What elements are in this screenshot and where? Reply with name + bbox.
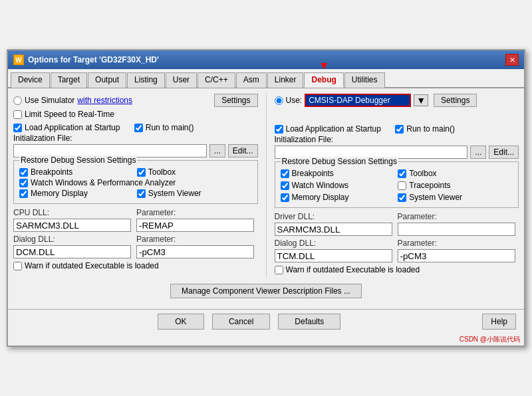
tab-linker[interactable]: Linker bbox=[267, 72, 304, 88]
left-load-app-checkbox[interactable] bbox=[13, 124, 22, 132]
defaults-button[interactable]: Defaults bbox=[278, 314, 340, 330]
right-driver-dll-input[interactable] bbox=[275, 223, 392, 236]
right-driver-param-label: Parameter: bbox=[398, 212, 515, 221]
tab-target[interactable]: Target bbox=[51, 72, 87, 88]
simulator-label: Use Simulator bbox=[25, 96, 74, 105]
left-system-viewer-checkbox[interactable] bbox=[137, 189, 146, 198]
tab-cpp[interactable]: C/C++ bbox=[198, 72, 235, 88]
right-run-to-main-checkbox[interactable] bbox=[395, 125, 404, 134]
right-tracepoints-row: Tracepoints bbox=[398, 181, 513, 190]
manage-component-viewer-button[interactable]: Manage Component Viewer Description File… bbox=[170, 284, 362, 298]
right-warn-checkbox[interactable] bbox=[275, 266, 283, 274]
tab-utilities[interactable]: Utilities bbox=[344, 72, 385, 88]
left-cpu-param-section: Parameter: bbox=[136, 208, 254, 232]
bottom-buttons: OK Cancel Defaults bbox=[16, 314, 482, 330]
left-toolbox-checkbox[interactable] bbox=[137, 168, 146, 177]
right-driver-param-input[interactable] bbox=[398, 223, 515, 236]
right-toolbox-label: Toolbox bbox=[409, 169, 436, 178]
right-init-file-section: Initialization File: ... Edit... bbox=[275, 135, 519, 159]
left-cpu-param-label: Parameter: bbox=[136, 208, 254, 217]
left-watch-windows-checkbox[interactable] bbox=[19, 179, 28, 187]
right-driver-dll-row: Driver DLL: Parameter: bbox=[275, 212, 519, 236]
right-memory-display-checkbox[interactable] bbox=[281, 193, 289, 202]
right-dialog-param-input[interactable] bbox=[398, 249, 515, 262]
right-dialog-dll-input[interactable] bbox=[275, 249, 392, 262]
left-system-viewer-label: System Viewer bbox=[148, 189, 201, 198]
left-dialog-dll-input[interactable] bbox=[13, 245, 131, 258]
right-restore-content: Breakpoints Toolbox Watch Windows bbox=[281, 169, 513, 203]
left-breakpoints-label: Breakpoints bbox=[31, 167, 72, 177]
tab-output[interactable]: Output bbox=[88, 72, 126, 88]
use-radio[interactable] bbox=[275, 96, 283, 105]
right-dialog-dll-section: Dialog DLL: bbox=[275, 239, 392, 262]
left-dialog-dll-section: Dialog DLL: bbox=[13, 235, 131, 258]
cancel-button[interactable]: Cancel bbox=[212, 314, 270, 330]
with-restrictions-link[interactable]: with restrictions bbox=[77, 96, 132, 105]
tab-asm[interactable]: Asm bbox=[236, 72, 267, 88]
app-icon: W bbox=[13, 54, 24, 65]
right-tracepoints-checkbox[interactable] bbox=[398, 181, 406, 190]
manage-btn-row: Manage Component Viewer Description File… bbox=[13, 284, 519, 298]
bottom-bar: OK Cancel Defaults Help bbox=[8, 309, 524, 334]
left-init-file-section: Initialization File: ... Edit... bbox=[13, 134, 258, 157]
debugger-dropdown-arrow[interactable]: ▼ bbox=[414, 94, 428, 106]
limit-speed-checkbox[interactable] bbox=[13, 110, 22, 119]
left-memory-display-checkbox[interactable] bbox=[19, 189, 28, 198]
left-toolbox-row: Toolbox bbox=[137, 167, 252, 177]
left-init-file-label: Initialization File: bbox=[13, 134, 258, 143]
right-watch-windows-checkbox[interactable] bbox=[281, 181, 289, 190]
left-cpu-dll-input[interactable] bbox=[13, 219, 131, 232]
left-run-to-main-checkbox[interactable] bbox=[134, 124, 143, 132]
main-window: W Options for Target 'GD32F30X_HD' ✕ Dev… bbox=[7, 49, 525, 347]
left-restore-group-title: Restore Debug Session Settings bbox=[19, 155, 137, 165]
right-breakpoints-row: Breakpoints bbox=[281, 169, 396, 178]
left-cpu-dll-label: CPU DLL: bbox=[13, 208, 131, 217]
right-memory-display-label: Memory Display bbox=[292, 193, 349, 202]
vertical-divider bbox=[266, 94, 267, 278]
right-breakpoints-checkbox[interactable] bbox=[281, 169, 289, 178]
right-tracepoints-label: Tracepoints bbox=[409, 181, 450, 190]
right-toolbox-checkbox[interactable] bbox=[398, 169, 406, 178]
right-watch-windows-label: Watch Windows bbox=[292, 181, 349, 190]
left-cpu-param-input[interactable] bbox=[136, 219, 254, 232]
right-warn-row: Warn if outdated Executable is loaded bbox=[275, 265, 519, 274]
left-breakpoints-checkbox[interactable] bbox=[19, 168, 28, 177]
main-content: Use Simulator with restrictions Settings… bbox=[8, 88, 524, 309]
right-init-file-label: Initialization File: bbox=[275, 135, 519, 144]
left-dialog-param-label: Parameter: bbox=[136, 235, 254, 244]
close-button[interactable]: ✕ bbox=[505, 54, 519, 66]
left-warn-checkbox[interactable] bbox=[13, 262, 22, 270]
left-warn-label: Warn if outdated Executable is loaded bbox=[25, 261, 159, 270]
right-system-viewer-checkbox[interactable] bbox=[398, 193, 406, 202]
simulator-radio[interactable] bbox=[13, 96, 22, 105]
left-dialog-dll-row: Dialog DLL: Parameter: bbox=[13, 235, 258, 258]
right-browse-button[interactable]: ... bbox=[470, 146, 486, 159]
tab-device[interactable]: Device bbox=[11, 72, 50, 88]
tab-debug[interactable]: Debug bbox=[304, 72, 343, 88]
left-browse-button[interactable]: ... bbox=[209, 144, 225, 157]
left-system-viewer-row: System Viewer bbox=[137, 189, 252, 198]
right-edit-button[interactable]: Edit... bbox=[489, 146, 519, 159]
left-dialog-param-input[interactable] bbox=[136, 245, 254, 258]
right-driver-dll-section: Driver DLL: bbox=[275, 212, 392, 236]
left-restore-content: Breakpoints Toolbox Watch Windows & Perf… bbox=[19, 167, 252, 199]
left-watch-windows-row: Watch Windows & Performance Analyzer bbox=[19, 178, 252, 187]
debugger-select[interactable]: CMSIS-DAP Debugger bbox=[305, 94, 411, 107]
right-dialog-dll-label: Dialog DLL: bbox=[275, 239, 392, 248]
tab-listing[interactable]: Listing bbox=[127, 72, 165, 88]
left-dll-row: CPU DLL: Parameter: bbox=[13, 208, 258, 232]
left-load-app-row: Load Application at Startup Run to main(… bbox=[13, 123, 258, 132]
right-memory-display-row: Memory Display bbox=[281, 193, 396, 202]
left-restore-group: Restore Debug Session Settings Breakpoin… bbox=[13, 160, 258, 204]
simulator-row: Use Simulator with restrictions Settings bbox=[13, 94, 258, 107]
right-restore-group-title: Restore Debug Session Settings bbox=[281, 157, 398, 166]
tab-user[interactable]: User bbox=[166, 72, 197, 88]
simulator-settings-button[interactable]: Settings bbox=[214, 94, 257, 107]
right-load-app-checkbox[interactable] bbox=[275, 125, 283, 134]
left-edit-button[interactable]: Edit... bbox=[228, 144, 258, 157]
limit-speed-label: Limit Speed to Real-Time bbox=[25, 110, 114, 119]
ok-button[interactable]: OK bbox=[158, 314, 204, 330]
left-checkbox-grid: Breakpoints Toolbox bbox=[19, 167, 252, 178]
help-button[interactable]: Help bbox=[482, 314, 516, 330]
right-settings-button[interactable]: Settings bbox=[434, 94, 477, 107]
